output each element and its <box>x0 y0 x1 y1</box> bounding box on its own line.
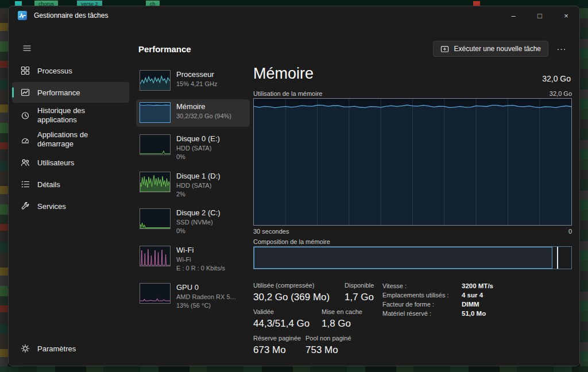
sidebar-item-label: Services <box>37 202 123 211</box>
detail-value: 3200 MT/s <box>462 282 493 289</box>
task-manager-window: Gestionnaire des tâches – □ × Processus … <box>8 6 580 366</box>
close-button[interactable]: × <box>553 6 579 25</box>
sidebar-item-services[interactable]: Services <box>12 196 129 216</box>
detail-value: 51,0 Mo <box>462 310 486 317</box>
stat-label: Disponible <box>345 282 374 289</box>
sidebar-item-utilisateurs[interactable]: Utilisateurs <box>12 152 129 173</box>
sidebar-item-label: Historique des applications <box>37 106 123 125</box>
titlebar[interactable]: Gestionnaire des tâches – □ × <box>9 6 579 25</box>
detail-label: Matériel réservé : <box>382 310 462 317</box>
disk0-mini-chart <box>140 134 171 155</box>
window-title: Gestionnaire des tâches <box>34 6 108 25</box>
perf-item-disk2[interactable]: Disque 2 (C:) SSD (NVMe) 0% <box>136 206 250 238</box>
background-bottom-strip <box>0 366 588 372</box>
perf-item-sub: HDD (SATA) <box>176 144 220 153</box>
settings-gear-icon <box>21 344 30 353</box>
sidebar-item-historique[interactable]: Historique des applications <box>12 104 129 127</box>
startup-apps-icon <box>21 135 30 144</box>
sidebar-item-label: Utilisateurs <box>37 158 123 167</box>
perf-item-sub: HDD (SATA) <box>176 181 220 190</box>
stat-label: Validée <box>253 308 310 315</box>
perf-item-sub: AMD Radeon RX 5… <box>176 293 237 301</box>
memory-total-capacity: 32,0 Go <box>542 74 571 83</box>
detail-value: DIMM <box>462 301 479 308</box>
gpu-mini-chart <box>140 283 171 304</box>
perf-item-name: Disque 1 (D:) <box>176 172 220 180</box>
time-end-label: 0 <box>568 228 572 235</box>
composition-segment-in-use <box>254 247 552 269</box>
stat-paged-pool: Réserve paginée 673 Mo <box>253 335 301 356</box>
stat-value: 753 Mo <box>305 344 351 356</box>
perf-item-wifi[interactable]: Wi-Fi Wi-Fi E : 0 R : 0 Kbits/s <box>136 243 250 276</box>
detail-speed: Vitesse : 3200 MT/s <box>382 281 493 290</box>
perf-item-memory[interactable]: Mémoire 30,2/32,0 Go (94%) <box>136 99 250 127</box>
disk1-mini-chart <box>140 172 171 192</box>
memory-page-title: Mémoire <box>253 65 314 83</box>
navigation-menu-button[interactable] <box>18 40 36 57</box>
detail-form-factor: Facteur de forme : DIMM <box>382 300 493 309</box>
wifi-mini-chart <box>140 246 171 266</box>
usage-chart-label: Utilisation de la mémoire <box>253 90 322 97</box>
hardware-details: Vitesse : 3200 MT/s Emplacements utilisé… <box>382 281 493 318</box>
perf-item-name: GPU 0 <box>176 283 237 292</box>
sidebar-item-demarrage[interactable]: Applications de démarrage <box>12 128 129 151</box>
stat-cached: Mise en cache 1,8 Go <box>322 308 362 330</box>
detail-label: Emplacements utilisés : <box>382 292 462 299</box>
minimize-button[interactable]: – <box>500 6 527 25</box>
sidebar-item-label: Applications de démarrage <box>37 130 123 149</box>
perf-item-sub2: 0% <box>176 153 220 161</box>
maximize-button[interactable]: □ <box>527 6 553 25</box>
details-icon <box>21 180 30 189</box>
perf-item-sub: Wi-Fi <box>176 255 225 264</box>
sidebar-item-details[interactable]: Détails <box>12 174 129 195</box>
stat-label: Pool non paginé <box>305 335 351 342</box>
stat-label: Mise en cache <box>322 308 362 315</box>
perf-item-sub2: E : 0 R : 0 Kbits/s <box>176 264 225 273</box>
task-manager-app-icon <box>18 11 27 20</box>
sidebar-item-performance[interactable]: Performance <box>12 82 129 103</box>
usage-chart-scale: 32,0 Go <box>550 90 572 97</box>
time-span-label: 30 secondes <box>253 228 289 235</box>
processes-icon <box>21 66 30 75</box>
perf-item-disk1[interactable]: Disque 1 (D:) HDD (SATA) 2% <box>136 169 250 202</box>
memory-composition-bar <box>253 246 572 269</box>
perf-item-sub2: 13% (56 °C) <box>176 301 237 310</box>
sidebar-item-label: Paramètres <box>37 344 123 353</box>
run-new-task-button[interactable]: Exécuter une nouvelle tâche <box>433 41 548 57</box>
perf-item-sub2: 2% <box>176 190 220 199</box>
stat-label: Réserve paginée <box>253 335 301 342</box>
stat-value: 44,3/51,4 Go <box>253 318 310 330</box>
sidebar-item-processus[interactable]: Processus <box>12 60 129 81</box>
more-options-button[interactable]: ··· <box>553 41 570 57</box>
stat-available: Disponible 1,7 Go <box>345 282 374 303</box>
disk2-mini-chart <box>140 208 171 229</box>
perf-item-gpu[interactable]: GPU 0 AMD Radeon RX 5… 13% (56 °C) <box>136 280 250 313</box>
performance-resource-list: Processeur 15% 4,21 GHz Mémoire 30,2/32,… <box>136 67 250 317</box>
ellipsis-icon: ··· <box>557 44 567 53</box>
detail-label: Facteur de forme : <box>382 301 462 308</box>
stat-value: 1,7 Go <box>345 292 374 303</box>
perf-item-sub: 15% 4,21 GHz <box>176 80 218 88</box>
services-icon <box>21 202 30 211</box>
detail-slots: Emplacements utilisés : 4 sur 4 <box>382 290 493 300</box>
cpu-mini-chart <box>140 70 171 91</box>
stat-committed: Validée 44,3/51,4 Go <box>253 308 310 330</box>
app-history-icon <box>21 111 30 120</box>
usage-chart-axis: 30 secondes 0 <box>253 228 572 235</box>
perf-item-disk0[interactable]: Disque 0 (E:) HDD (SATA) 0% <box>136 131 250 164</box>
stat-value: 1,8 Go <box>322 318 362 330</box>
sidebar-item-parametres[interactable]: Paramètres <box>12 338 129 359</box>
composition-divider-modified <box>557 247 558 269</box>
perf-item-sub: SSD (NVMe) <box>176 218 220 227</box>
new-task-icon <box>440 45 449 53</box>
stat-value: 30,2 Go (369 Mo) <box>253 292 330 303</box>
perf-item-sub: 30,2/32,0 Go (94%) <box>176 112 231 121</box>
perf-item-name: Mémoire <box>176 102 231 111</box>
detail-value: 4 sur 4 <box>462 292 483 299</box>
perf-item-cpu[interactable]: Processeur 15% 4,21 GHz <box>136 67 250 95</box>
stat-label: Utilisée (compressée) <box>253 282 330 289</box>
run-new-task-label: Exécuter une nouvelle tâche <box>454 45 541 53</box>
detail-hw-reserved: Matériel réservé : 51,0 Mo <box>382 309 493 318</box>
memory-mini-chart <box>140 102 171 123</box>
users-icon <box>21 158 30 167</box>
